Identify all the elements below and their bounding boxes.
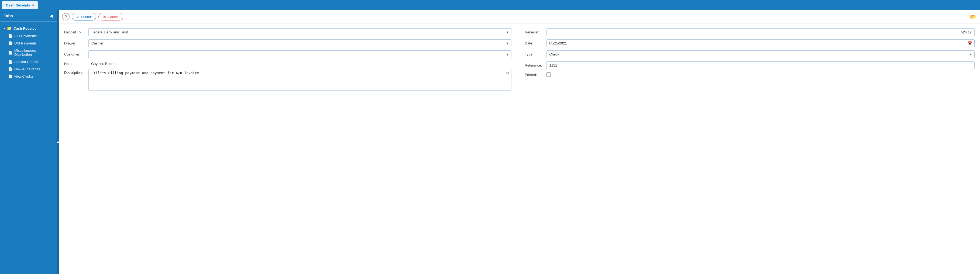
sidebar-item-new-ar-credits[interactable]: 📄 New A/R Credits [2,65,54,73]
sidebar-item-ub-payments[interactable]: 📄 U/B Payments [2,40,54,47]
description-row: Description: Utility Billing payment and… [64,69,511,91]
submit-button[interactable]: ✔ Submit [72,13,96,21]
deposit-to-control: Federal Bank and Trust ▼ [88,28,511,36]
help-button[interactable]: ? [62,13,70,21]
received-input[interactable] [546,28,975,36]
submit-label: Submit [81,15,92,19]
deposit-to-row: Deposit To: Federal Bank and Trust ▼ [64,28,511,36]
reference-label: Reference: [525,63,546,67]
printed-label: Printed: [525,73,546,77]
reference-row: Reference: [525,62,975,69]
reference-control [546,62,975,69]
description-label: Description: [64,69,88,74]
sidebar-title: Tabs [4,13,13,18]
printed-checkbox[interactable] [546,73,551,77]
cancel-label: Cancel [108,15,118,19]
group-chevron-icon: ▾ [4,27,5,30]
doc-icon-ar: 📄 [8,34,13,38]
date-input[interactable] [546,40,975,47]
sidebar-item-applied-credits[interactable]: 📄 Applied Credits [2,58,54,65]
top-bar: Cash Receipts × [0,0,980,10]
deposit-to-label: Deposit To: [64,30,88,34]
customer-select-wrapper: ▼ [88,51,511,58]
drawer-control: Cashier ▼ [88,40,511,47]
sidebar-item-label: Miscellaneous Distribution [14,49,52,57]
cancel-x-icon: ✖ [103,14,106,19]
deposit-to-select-wrapper: Federal Bank and Trust ▼ [88,28,511,36]
sidebar-toggle-icon[interactable]: ◀ [50,14,53,18]
customer-label: Customer: [64,52,88,56]
sidebar: Tabs ◀ ▾ 📁 Cash Receipt 📄 A/R Payments 📄… [0,10,57,274]
date-label: Date: [525,41,546,45]
type-row: Type: Check Cash Credit Card ACH ▼ [525,51,975,58]
name-value-text: Gaynier, Robert [88,60,118,67]
doc-icon-new-ar: 📄 [8,67,13,71]
reference-input[interactable] [546,62,975,69]
sidebar-item-ar-payments[interactable]: 📄 A/R Payments [2,32,54,40]
customer-control: ▼ [88,51,511,58]
cash-receipts-tab[interactable]: Cash Receipts × [2,1,38,9]
folder-icon: 📁 [7,26,12,31]
drawer-row: Drawer: Cashier ▼ [64,40,511,47]
date-wrapper: 📅 [546,40,975,47]
main-layout: Tabs ◀ ▾ 📁 Cash Receipt 📄 A/R Payments 📄… [0,10,980,274]
date-row: Date: 📅 [525,40,975,47]
sidebar-item-label: A/R Payments [14,34,37,38]
doc-icon-new-credits: 📄 [8,74,13,78]
printed-row: Printed: [525,73,975,77]
drawer-select-wrapper: Cashier ▼ [88,40,511,47]
group-label: Cash Receipt [13,26,36,30]
received-control [546,28,975,36]
tab-label: Cash Receipts [6,3,30,7]
name-label: Name: [64,62,88,66]
copy-icon[interactable]: ⧉ [506,71,509,76]
printed-control [546,73,975,77]
type-control: Check Cash Credit Card ACH ▼ [546,51,975,58]
sidebar-item-new-credits[interactable]: 📄 New Credits [2,73,54,80]
open-folder-icon[interactable]: 📂 [970,13,977,20]
deposit-to-select[interactable]: Federal Bank and Trust [88,28,511,36]
doc-icon-applied: 📄 [8,60,13,64]
received-label: Received: [525,30,546,34]
toolbar: ? ✔ Submit ✖ Cancel 📂 [59,10,980,24]
received-row: Received: [525,28,975,36]
tab-close-icon[interactable]: × [32,3,34,7]
submit-check-icon: ✔ [76,14,80,19]
form-grid: Deposit To: Federal Bank and Trust ▼ [64,28,975,95]
form-area: Deposit To: Federal Bank and Trust ▼ [59,24,980,274]
sidebar-resize-handle[interactable]: ◀ [57,10,59,274]
sidebar-item-misc-distribution[interactable]: 📄 Miscellaneous Distribution [2,47,54,58]
doc-icon-misc: 📄 [8,51,13,55]
type-label: Type: [525,52,546,56]
name-row: Name: Gaynier, Robert [64,62,511,66]
description-textarea-wrapper: Utility Billing payment and payment for … [88,69,511,91]
sidebar-header: Tabs ◀ [0,10,57,22]
cancel-button[interactable]: ✖ Cancel [99,13,123,21]
sidebar-group-cash-receipt[interactable]: ▾ 📁 Cash Receipt [2,24,54,32]
form-right: Received: Date: 📅 [520,28,975,95]
sidebar-item-label: New Credits [14,74,33,78]
drawer-select[interactable]: Cashier [88,40,511,47]
description-control: Utility Billing payment and payment for … [88,69,511,91]
sidebar-item-label: U/B Payments [14,41,37,45]
name-value-display: Gaynier, Robert [88,62,511,66]
date-control: 📅 [546,40,975,47]
customer-select[interactable] [88,51,511,58]
sidebar-item-label: New A/R Credits [14,67,40,71]
description-textarea[interactable]: Utility Billing payment and payment for … [88,69,511,90]
doc-icon-ub: 📄 [8,41,13,45]
form-left: Deposit To: Federal Bank and Trust ▼ [64,28,520,95]
customer-row: Customer: ▼ [64,51,511,58]
content-area: ? ✔ Submit ✖ Cancel 📂 Deposit To: [59,10,980,274]
type-select[interactable]: Check Cash Credit Card ACH [546,51,975,58]
type-select-wrapper: Check Cash Credit Card ACH ▼ [546,51,975,58]
sidebar-item-label: Applied Credits [14,60,38,64]
drawer-label: Drawer: [64,41,88,45]
sidebar-section: ▾ 📁 Cash Receipt 📄 A/R Payments 📄 U/B Pa… [0,22,57,81]
